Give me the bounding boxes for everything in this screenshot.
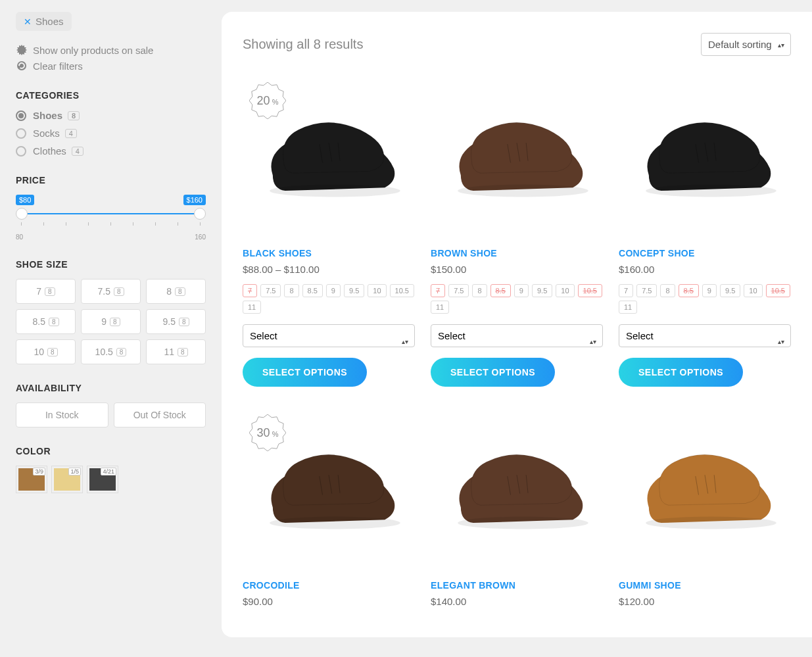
color-count: 1/5	[68, 468, 81, 475]
size-count: 8	[45, 287, 55, 296]
product-size-chip[interactable]: 10.5	[766, 284, 790, 297]
size-filter-8[interactable]: 88	[146, 279, 206, 304]
category-socks[interactable]: Socks 4	[16, 128, 206, 139]
product-card: BROWN SHOE $150.00 77.588.599.51010.511S…	[431, 76, 603, 387]
out-of-stock-button[interactable]: Out Of Stock	[114, 402, 206, 427]
product-size-chip[interactable]: 9.5	[720, 284, 740, 297]
price-min-label: $80	[16, 195, 34, 205]
product-title[interactable]: CONCEPT SHOE	[619, 248, 791, 258]
product-size-chip[interactable]: 8.5	[490, 284, 511, 297]
clear-label: Clear filters	[33, 61, 83, 72]
select-options-button[interactable]: SELECT OPTIONS	[619, 358, 743, 387]
product-image[interactable]	[431, 76, 603, 237]
product-card: GUMMI SHOE $120.00	[619, 408, 791, 616]
product-variant-select[interactable]: Select	[619, 324, 791, 347]
product-size-chip[interactable]: 10	[368, 284, 386, 297]
product-size-chip[interactable]: 10	[556, 284, 574, 297]
color-swatch[interactable]: 4/21	[87, 466, 118, 493]
product-size-chip[interactable]: 7	[431, 284, 445, 297]
close-icon[interactable]: ✕	[24, 16, 32, 27]
product-size-chip[interactable]: 7.5	[636, 284, 657, 297]
size-value: 7	[36, 286, 41, 297]
category-label: Clothes	[33, 145, 66, 157]
product-size-chip[interactable]: 11	[431, 301, 449, 314]
size-count: 8	[114, 287, 124, 296]
price-max-label: $160	[183, 195, 206, 205]
size-filter-9.5[interactable]: 9.58	[146, 309, 206, 334]
select-options-button[interactable]: SELECT OPTIONS	[243, 358, 367, 387]
product-price: $140.00	[431, 596, 603, 607]
size-count: 8	[178, 348, 188, 356]
product-size-chip[interactable]: 9.5	[344, 284, 364, 297]
color-swatch[interactable]: 1/5	[51, 466, 83, 493]
product-title[interactable]: BROWN SHOE	[431, 248, 603, 258]
size-count: 8	[175, 287, 185, 296]
product-title[interactable]: BLACK SHOES	[243, 248, 415, 258]
clear-icon	[16, 60, 28, 72]
product-title[interactable]: ELEGANT BROWN	[431, 580, 603, 591]
product-image[interactable]: 20 %	[243, 76, 415, 237]
product-image[interactable]	[619, 408, 791, 570]
product-size-chip[interactable]: 10	[744, 284, 762, 297]
product-size-chip[interactable]: 8.5	[679, 284, 699, 297]
product-size-chip[interactable]: 8	[472, 284, 487, 297]
slider-handle-min[interactable]	[16, 208, 28, 220]
filter-chip-shoes[interactable]: ✕ Shoes	[16, 12, 72, 31]
product-size-chip[interactable]: 7	[243, 284, 257, 297]
product-size-chip[interactable]: 9	[514, 284, 529, 297]
product-size-chip[interactable]: 10.5	[578, 284, 602, 297]
in-stock-button[interactable]: In Stock	[16, 402, 108, 427]
product-image[interactable]	[431, 408, 603, 570]
product-size-chip[interactable]: 8	[284, 284, 299, 297]
product-size-chip[interactable]: 11	[243, 301, 261, 314]
product-size-chip[interactable]: 7	[619, 284, 633, 297]
product-size-chip[interactable]: 7.5	[260, 284, 281, 297]
product-size-chip[interactable]: 11	[619, 301, 637, 314]
product-title[interactable]: GUMMI SHOE	[619, 580, 791, 591]
size-filter-8.5[interactable]: 8.58	[16, 309, 76, 334]
size-filter-7.5[interactable]: 7.58	[81, 279, 141, 304]
category-shoes[interactable]: Shoes 8	[16, 110, 206, 121]
product-card: CONCEPT SHOE $160.00 77.588.599.51010.51…	[619, 76, 791, 387]
product-image[interactable]	[619, 76, 791, 237]
clear-filters-link[interactable]: Clear filters	[16, 60, 206, 72]
sale-badge: 30 %	[249, 414, 286, 451]
product-size-chip[interactable]: 7.5	[448, 284, 469, 297]
price-slider[interactable]: $80 $160 80 160	[16, 195, 206, 241]
chip-label: Shoes	[36, 16, 64, 27]
select-options-button[interactable]: SELECT OPTIONS	[431, 358, 555, 387]
product-variant-select[interactable]: Select	[243, 324, 415, 347]
sort-select[interactable]: Default sorting	[701, 33, 791, 56]
product-size-chip[interactable]: 9.5	[532, 284, 552, 297]
product-title[interactable]: CROCODILE	[243, 580, 415, 591]
show-sale-link[interactable]: Show only products on sale	[16, 44, 206, 56]
size-filter-10.5[interactable]: 10.58	[81, 339, 141, 364]
size-value: 8.5	[32, 316, 45, 327]
product-size-chip[interactable]: 9	[326, 284, 341, 297]
product-variant-select[interactable]: Select	[431, 324, 603, 347]
product-price: $90.00	[243, 596, 415, 607]
svg-point-2	[270, 185, 400, 197]
size-filter-9[interactable]: 98	[81, 309, 141, 334]
product-size-chip[interactable]: 8	[660, 284, 675, 297]
size-filter-7[interactable]: 78	[16, 279, 76, 304]
size-value: 7.5	[97, 286, 110, 297]
product-card: ELEGANT BROWN $140.00	[431, 408, 603, 616]
product-price: $88.00 – $110.00	[243, 264, 415, 275]
product-size-chip[interactable]: 8.5	[302, 284, 323, 297]
price-tick-max: 160	[195, 233, 206, 241]
svg-point-6	[270, 517, 400, 529]
product-image[interactable]: 30 %	[243, 408, 415, 570]
size-count: 8	[49, 318, 59, 326]
results-text: Showing all 8 results	[243, 37, 363, 52]
size-value: 11	[164, 347, 174, 357]
size-count: 8	[47, 348, 58, 356]
product-size-chip[interactable]: 10.5	[390, 284, 414, 297]
size-filter-11[interactable]: 118	[146, 339, 206, 364]
slider-handle-max[interactable]	[194, 208, 206, 220]
product-size-chip[interactable]: 9	[702, 284, 717, 297]
color-swatch[interactable]: 3/9	[16, 466, 47, 493]
size-filter-10[interactable]: 108	[16, 339, 76, 364]
radio-icon	[16, 128, 26, 139]
category-clothes[interactable]: Clothes 4	[16, 145, 206, 157]
